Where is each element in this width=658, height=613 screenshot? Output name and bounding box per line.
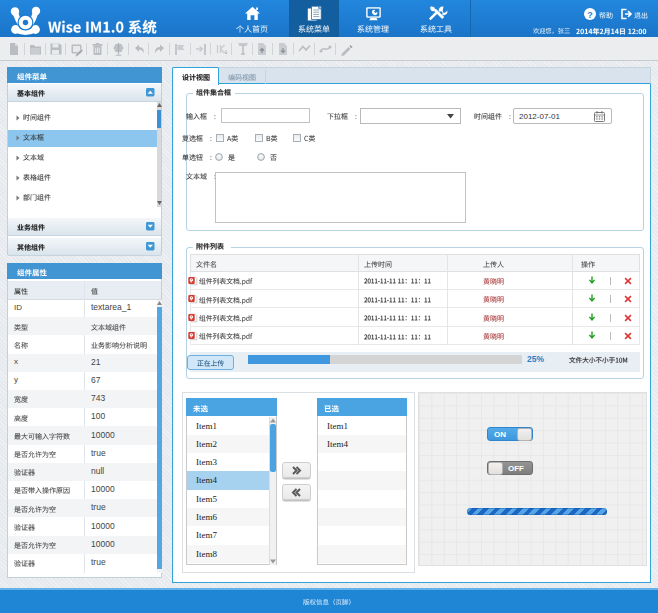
svg-text:?: ? [587, 10, 593, 20]
